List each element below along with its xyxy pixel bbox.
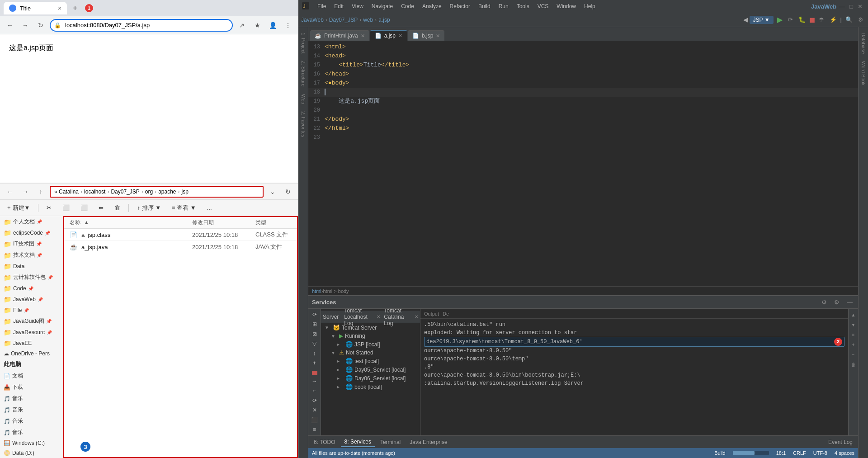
menu-help[interactable]: Help — [580, 2, 599, 10]
sidebar-item-eclipse[interactable]: 📁 eclipseCode 📌 — [0, 227, 63, 238]
svc-sort[interactable]: ↕ — [310, 349, 320, 358]
side-down-btn[interactable]: ▼ — [849, 321, 858, 329]
tomcat-server-item[interactable]: ▼ 🐱 Tomcat Server — [321, 323, 420, 332]
sidebar-item-tech[interactable]: 📁 技术文档 📌 — [0, 250, 63, 261]
catalina-log-close[interactable]: ✕ — [415, 314, 418, 319]
menu-vcs[interactable]: VCS — [534, 2, 552, 10]
sidebar-item-code[interactable]: 📁 Code 📌 — [0, 283, 63, 294]
tab-close-printhtml[interactable]: ✕ — [361, 33, 365, 39]
day06-item[interactable]: ▸ 🌐 Day06_Servlet [local] — [321, 374, 420, 382]
sidebar-item-downloads[interactable]: 📥 下载 — [0, 382, 63, 393]
side-trash-btn[interactable]: 🗑 — [849, 360, 858, 368]
server-tab-label[interactable]: Server — [323, 314, 339, 320]
fm-delete-button[interactable]: 🗑 — [111, 203, 124, 212]
fm-cut-button[interactable]: ✂ — [43, 203, 55, 212]
menu-tools[interactable]: Tools — [513, 2, 533, 10]
window-maximize[interactable]: □ — [848, 2, 855, 11]
localhost-log-tab[interactable]: Tomcat Localhost Log — [344, 309, 375, 326]
fm-back-button[interactable]: ← — [4, 185, 16, 198]
sidebar-item-onedrive[interactable]: ☁ OneDrive - Pers — [0, 349, 63, 359]
running-item[interactable]: ▼ ▶ Running — [321, 332, 420, 340]
sidebar-item-music3[interactable]: 🎵 音乐 — [0, 416, 63, 427]
search-icon[interactable]: 🔍 — [844, 15, 854, 24]
web-tab[interactable]: Web — [300, 90, 307, 108]
svc-cross[interactable]: ✕ — [310, 406, 320, 414]
test-local-item[interactable]: ▸ 🌐 test [local] — [321, 357, 420, 365]
fm-paste-button[interactable]: ⬜ — [77, 203, 91, 212]
svc-layout2[interactable]: ⊠ — [310, 330, 320, 338]
side-minus-btn[interactable]: − — [849, 350, 858, 359]
bc-day07[interactable]: Day07_JSP — [329, 17, 358, 23]
menu-button[interactable]: ⋮ — [282, 19, 294, 32]
fm-forward-button[interactable]: → — [19, 185, 32, 198]
localhost-log-close[interactable]: ✕ — [377, 314, 380, 319]
sidebar-item-file[interactable]: 📁 File 📌 — [0, 305, 63, 316]
toolbar-icon-1[interactable]: ◀ — [743, 16, 748, 23]
services-close[interactable]: — — [845, 298, 854, 307]
share-button[interactable]: ↗ — [236, 19, 248, 32]
tab-bjsp[interactable]: 📄 b.jsp ✕ — [408, 30, 444, 41]
debug-button[interactable]: 🐛 — [797, 15, 807, 24]
services-settings[interactable]: ⚙ — [820, 298, 829, 307]
fm-refresh-button[interactable]: ↻ — [282, 185, 294, 198]
browser-tab[interactable]: Title × — [4, 2, 67, 14]
tab-services[interactable]: 8: Services — [341, 437, 375, 447]
project-tab[interactable]: 1: Project — [300, 29, 307, 57]
svc-arrow-left[interactable]: ← — [310, 387, 320, 395]
sidebar-item-music4[interactable]: 🎵 音乐 — [0, 427, 63, 438]
menu-analyze[interactable]: Analyze — [419, 2, 445, 10]
fm-copy-button[interactable]: ⬜ — [59, 203, 73, 212]
sidebar-item-javaweb[interactable]: 📁 JavaWeb 📌 — [0, 294, 63, 305]
menu-navigate[interactable]: Navigate — [368, 2, 396, 10]
favorites-tab[interactable]: 2: Favorites — [300, 108, 307, 141]
bc-javaweb[interactable]: JavaWeb — [301, 17, 324, 23]
svc-deploy[interactable]: ⬛ — [310, 416, 320, 424]
address-bar[interactable] — [50, 19, 233, 32]
fm-more-button[interactable]: ... — [203, 203, 216, 212]
fm-sort-button[interactable]: ↑ 排序 ▼ — [133, 203, 165, 213]
tab-todo[interactable]: 6: TODO — [310, 438, 339, 447]
sidebar-item-documents[interactable]: 📄 文档 — [0, 370, 63, 382]
forward-button[interactable]: → — [19, 19, 32, 32]
catalina-log-tab[interactable]: Tomcat Catalina Log — [384, 309, 413, 326]
menu-file[interactable]: File — [314, 2, 330, 10]
sidebar-item-data[interactable]: 📁 Data — [0, 261, 63, 272]
sidebar-item-music2[interactable]: 🎵 音乐 — [0, 404, 63, 416]
menu-edit[interactable]: Edit — [330, 2, 347, 10]
tab-close-bjsp[interactable]: ✕ — [436, 33, 440, 39]
svc-filter[interactable]: ▽ — [310, 340, 320, 348]
jsp-local-item[interactable]: ▸ 🌐 JSP [local] — [321, 340, 420, 349]
bookmark-button[interactable]: ★ — [251, 19, 264, 32]
file-row-class[interactable]: 📄 a_jsp.class 2021/12/25 10:18 CLASS 文件 — [64, 229, 297, 241]
rerun-button[interactable]: ⟳ — [786, 15, 795, 24]
back-button[interactable]: ← — [4, 19, 16, 32]
browser-tab-close[interactable]: × — [58, 5, 61, 12]
stop-button[interactable]: ◼ — [809, 15, 815, 24]
sidebar-item-javaguide[interactable]: 📁 JavaGuide图 📌 — [0, 316, 63, 327]
settings-icon[interactable]: ⚙ — [856, 15, 865, 24]
svc-stop[interactable] — [312, 371, 317, 375]
sidebar-item-cloud[interactable]: 📁 云计算软件包 📌 — [0, 272, 63, 283]
sidebar-item-personal[interactable]: 📁 个人文档 📌 — [0, 216, 63, 227]
new-tab-button[interactable]: + — [69, 2, 81, 14]
run-button[interactable]: ▶ — [775, 14, 784, 25]
svc-lines[interactable]: ≡ — [310, 425, 320, 434]
sidebar-item-javaresource[interactable]: 📁 JavaResourc 📌 — [0, 327, 63, 338]
sidebar-item-javaee[interactable]: 📁 JavaEE — [0, 338, 63, 349]
tab-printhtml[interactable]: ☕ PrintHtml.java ✕ — [310, 30, 369, 41]
fm-dropdown-button[interactable]: ⌄ — [266, 185, 279, 198]
side-lines-btn[interactable]: ≡ — [849, 331, 858, 339]
book-item[interactable]: ▸ 🌐 book [local] — [321, 382, 420, 391]
fm-view-button[interactable]: ≡ 查看 ▼ — [168, 203, 200, 213]
menu-build[interactable]: Build — [475, 2, 494, 10]
svc-arrow-right[interactable]: → — [310, 377, 320, 385]
svc-layout[interactable]: ⊞ — [310, 321, 320, 329]
profile-button[interactable]: 👤 — [266, 19, 279, 32]
svc-add[interactable]: + — [310, 359, 320, 368]
side-up-btn[interactable]: ▲ — [849, 311, 858, 319]
side-plus-btn[interactable]: + — [849, 340, 858, 349]
menu-refactor[interactable]: Refactor — [446, 2, 474, 10]
menu-run[interactable]: Run — [495, 2, 512, 10]
menu-view[interactable]: View — [348, 2, 367, 10]
tab-java-enterprise[interactable]: Java Enterprise — [406, 438, 451, 447]
